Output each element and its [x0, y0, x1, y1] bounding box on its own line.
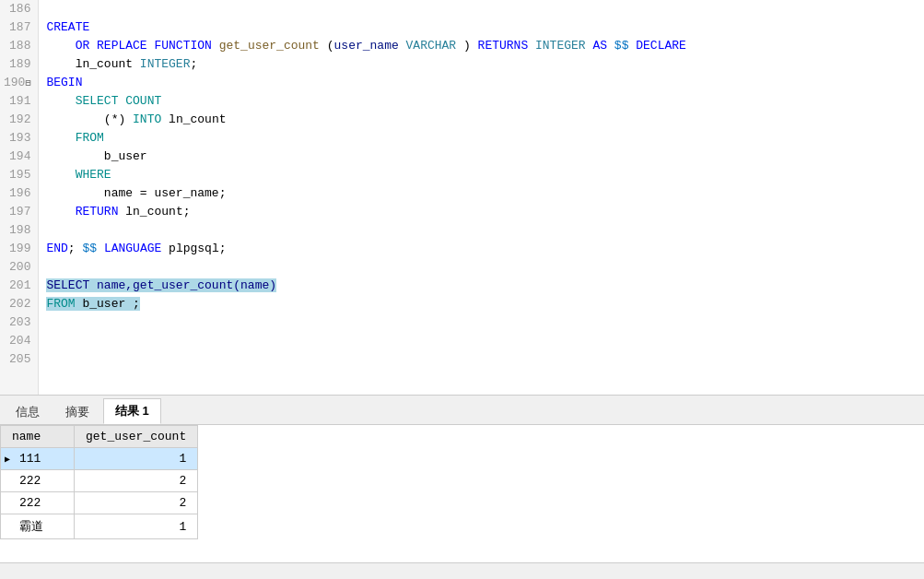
code-line — [46, 313, 917, 332]
code-content[interactable]: CREATE OR REPLACE FUNCTION get_user_coun… — [39, 0, 924, 395]
code-line: BEGIN — [46, 74, 917, 92]
code-line: FROM b_user ; — [46, 295, 917, 313]
bottom-panel: 信息摘要结果 1 nameget_user_count ▶1111▶2222▶2… — [0, 395, 924, 579]
table-cell: ▶霸道 — [1, 514, 75, 539]
code-line: WHERE — [46, 166, 917, 184]
table-row[interactable]: ▶2222 — [1, 470, 198, 492]
code-line: (*) INTO ln_count — [46, 111, 917, 129]
result-table[interactable]: nameget_user_count ▶1111▶2222▶2222▶霸道1 — [0, 425, 924, 562]
tab-信息[interactable]: 信息 — [4, 399, 52, 424]
table-cell: ▶111 — [1, 448, 75, 470]
table-row[interactable]: ▶2222 — [1, 492, 198, 514]
code-line — [46, 350, 917, 369]
code-line: OR REPLACE FUNCTION get_user_count (user… — [46, 37, 917, 55]
code-editor[interactable]: 186187188189190⊟191192193194195196197198… — [0, 0, 924, 395]
code-line: name = user_name; — [46, 184, 917, 203]
code-line: SELECT name,get_user_count(name) — [46, 277, 917, 295]
table-row[interactable]: ▶霸道1 — [1, 514, 198, 539]
table-cell: ▶222 — [1, 492, 75, 514]
tab-结果 1[interactable]: 结果 1 — [103, 398, 161, 424]
code-line: CREATE — [46, 18, 917, 37]
code-line: FROM — [46, 129, 917, 148]
code-line — [46, 221, 917, 240]
code-line — [46, 258, 917, 277]
code-line: END; $$ LANGUAGE plpgsql; — [46, 240, 917, 258]
table-cell: 1 — [75, 448, 198, 470]
table-row[interactable]: ▶1111 — [1, 448, 198, 470]
tab-摘要[interactable]: 摘要 — [53, 399, 101, 424]
code-line — [46, 332, 917, 350]
table-header: name — [1, 426, 75, 448]
table-header: get_user_count — [75, 426, 198, 448]
code-line: RETURN ln_count; — [46, 203, 917, 221]
table-cell: 2 — [75, 492, 198, 514]
code-line: b_user — [46, 148, 917, 166]
status-bar — [0, 562, 924, 579]
code-line: ln_count INTEGER; — [46, 55, 917, 74]
code-line: SELECT COUNT — [46, 92, 917, 111]
tabs-bar[interactable]: 信息摘要结果 1 — [0, 396, 924, 425]
code-line — [46, 0, 917, 18]
table-cell: ▶222 — [1, 470, 75, 492]
table-cell: 2 — [75, 470, 198, 492]
table-cell: 1 — [75, 514, 198, 539]
line-numbers: 186187188189190⊟191192193194195196197198… — [0, 0, 39, 395]
